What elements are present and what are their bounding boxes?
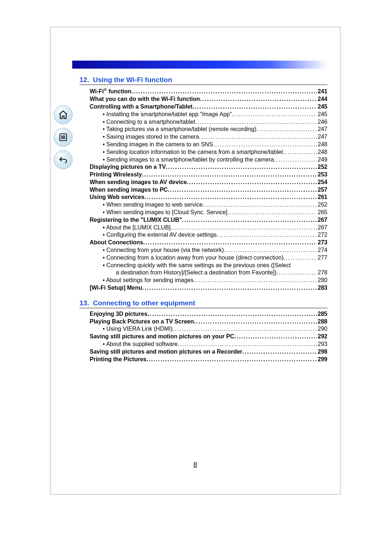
- toc-entry[interactable]: Configuring the external AV device setti…: [79, 231, 327, 239]
- toc-label: About the [LUMIX CLUB]: [103, 224, 171, 232]
- toc-page-number: 292: [317, 333, 327, 341]
- toc-label: Controlling with a Smartphone/Tablet: [90, 103, 192, 111]
- toc-page-number: 254: [317, 179, 327, 186]
- toc-entry[interactable]: Registering to the "LUMIX CLUB" ........…: [79, 216, 327, 224]
- toc-label: When sending images to AV device: [90, 179, 187, 186]
- toc-page-number: 244: [317, 95, 327, 103]
- toc-page-number: 252: [317, 163, 327, 171]
- toc-entry[interactable]: Enjoying 3D pictures ...................…: [79, 310, 327, 318]
- toc-label: Sending images in the camera to an SNS: [103, 141, 213, 148]
- toc-label: Configuring the external AV device setti…: [103, 231, 217, 239]
- toc-page-number: 241: [317, 88, 327, 95]
- toc-label: Printing Wirelessly: [90, 171, 142, 179]
- header-bar: [72, 61, 327, 69]
- toc-label: Enjoying 3D pictures: [90, 310, 147, 318]
- section-heading[interactable]: 12. Using the Wi-Fi function: [79, 73, 327, 85]
- toc-entry[interactable]: About the [LUMIX CLUB] .................…: [79, 224, 327, 232]
- toc-entry[interactable]: Saving images stored in the camera .....…: [79, 133, 327, 141]
- toc-label: Saving still pictures and motion picture…: [90, 348, 242, 356]
- toc-page-number: 278: [317, 269, 327, 277]
- toc-entry[interactable]: Connecting from a location away from you…: [79, 254, 327, 262]
- toc-page-number: 247: [317, 133, 327, 141]
- toc-entry[interactable]: Playing Back Pictures on a TV Screen ...…: [79, 318, 327, 326]
- toc-entry[interactable]: When sending images to [Cloud Sync. Serv…: [79, 209, 327, 216]
- toc-entry[interactable]: Connecting from your house (via the netw…: [79, 247, 327, 254]
- toc-entry[interactable]: Connecting quickly with the same setting…: [79, 262, 327, 269]
- toc-page-number: 299: [317, 356, 327, 363]
- toc-page-number: 261: [317, 194, 327, 201]
- toc-label: Using VIERA Link (HDMI): [103, 325, 172, 333]
- document-page: 12. Using the Wi-Fi functionWi-Fi® funct…: [50, 27, 340, 494]
- toc-label: Printing the Pictures: [90, 356, 146, 363]
- toc-label: About Connections: [90, 239, 143, 247]
- toc-label: Saving images stored in the camera: [103, 133, 199, 141]
- toc-entry[interactable]: When sending images to AV device .......…: [79, 179, 327, 186]
- toc-page-number: 245: [317, 103, 327, 111]
- section-heading[interactable]: 13. Connecting to other equipment: [79, 296, 327, 308]
- toc-label: Taking pictures via a smartphone/tablet …: [103, 126, 256, 133]
- toc-page-number: 290: [317, 325, 327, 333]
- toc-label: When sending images to [Cloud Sync. Serv…: [103, 209, 228, 216]
- toc-page-number: 274: [317, 247, 327, 254]
- toc-page-number: 273: [317, 239, 327, 247]
- toc-label: Using Web services: [90, 194, 144, 201]
- toc-page-number: 257: [317, 186, 327, 194]
- toc-page-number: 245: [317, 111, 327, 118]
- toc-entry[interactable]: About settings for sending images ......…: [79, 277, 327, 284]
- toc-page-number: 283: [317, 284, 327, 292]
- toc-label: Connecting from your house (via the netw…: [103, 247, 224, 254]
- toc-label: About settings for sending images: [103, 277, 193, 284]
- toc-label: About the supplied software: [103, 341, 178, 348]
- toc-entry[interactable]: Sending location information to the came…: [79, 148, 327, 156]
- toc-entry[interactable]: Using Web services .....................…: [79, 194, 327, 201]
- toc-entry[interactable]: Wi-Fi® function ........................…: [79, 87, 327, 95]
- toc-page-number: 288: [317, 318, 327, 326]
- toc-label: When sending images to PC: [90, 186, 168, 194]
- toc-entry[interactable]: Using VIERA Link (HDMI) ................…: [79, 325, 327, 333]
- toc-label: Sending location information to the came…: [103, 148, 283, 156]
- toc-entry[interactable]: Installing the smartphone/tablet app "Im…: [79, 111, 327, 118]
- toc-label: Wi-Fi® function: [90, 87, 131, 95]
- toc-entry[interactable]: Saving still pictures and motion picture…: [79, 348, 327, 356]
- toc-label: What you can do with the Wi-Fi function: [90, 95, 200, 103]
- toc-page-number: 253: [317, 171, 327, 179]
- toc-page-number: 247: [317, 126, 327, 133]
- toc-page-number: 267: [317, 224, 327, 232]
- toc-entry[interactable]: Connecting to a smartphone/tablet ......…: [79, 118, 327, 126]
- toc-entry[interactable]: When sending images to PC ..............…: [79, 186, 327, 194]
- toc-entry[interactable]: What you can do with the Wi-Fi function …: [79, 95, 327, 103]
- toc-page-number: 285: [317, 310, 327, 318]
- toc-entry[interactable]: When sending images to web service .....…: [79, 201, 327, 209]
- toc-entry[interactable]: Sending images in the camera to an SNS .…: [79, 141, 327, 148]
- toc-entry[interactable]: Displaying pictures on a TV ............…: [79, 163, 327, 171]
- toc-label: Playing Back Pictures on a TV Screen: [90, 318, 194, 326]
- page-number: 8: [50, 461, 340, 469]
- toc-page-number: 267: [317, 216, 327, 224]
- toc-entry[interactable]: Controlling with a Smartphone/Tablet ...…: [79, 103, 327, 111]
- toc-entry[interactable]: Sending images to a smartphone/tablet by…: [79, 156, 327, 164]
- toc-label: Sending images to a smartphone/tablet by…: [103, 156, 274, 164]
- toc-page-number: 249: [317, 156, 327, 164]
- toc-page-number: 262: [317, 201, 327, 209]
- toc-entry-continuation[interactable]: a destination from History]/[Select a de…: [79, 269, 327, 277]
- toc-label: Installing the smartphone/tablet app "Im…: [103, 111, 232, 118]
- toc-entry[interactable]: Printing Wirelessly ....................…: [79, 171, 327, 179]
- toc-entry[interactable]: About Connections ......................…: [79, 239, 327, 247]
- toc-page-number: 280: [317, 277, 327, 284]
- toc-entry[interactable]: [Wi-Fi Setup] Menu .....................…: [79, 284, 327, 292]
- toc-label: Registering to the "LUMIX CLUB": [90, 216, 182, 224]
- toc-entry[interactable]: Taking pictures via a smartphone/tablet …: [79, 126, 327, 133]
- toc-page-number: 248: [317, 141, 327, 148]
- toc-label: [Wi-Fi Setup] Menu: [90, 284, 142, 292]
- toc-page-number: 277: [317, 254, 327, 262]
- toc-entry[interactable]: About the supplied software ............…: [79, 341, 327, 348]
- toc-page-number: 265: [317, 209, 327, 216]
- toc-page-number: 293: [317, 341, 327, 348]
- toc-label: Connecting from a location away from you…: [103, 254, 283, 262]
- toc-page-number: 272: [317, 231, 327, 239]
- toc-label: Displaying pictures on a TV: [90, 163, 166, 171]
- toc-entry[interactable]: Saving still pictures and motion picture…: [79, 333, 327, 341]
- toc-page-number: 246: [317, 118, 327, 126]
- toc-page-number: 298: [317, 348, 327, 356]
- toc-entry[interactable]: Printing the Pictures ..................…: [79, 356, 327, 363]
